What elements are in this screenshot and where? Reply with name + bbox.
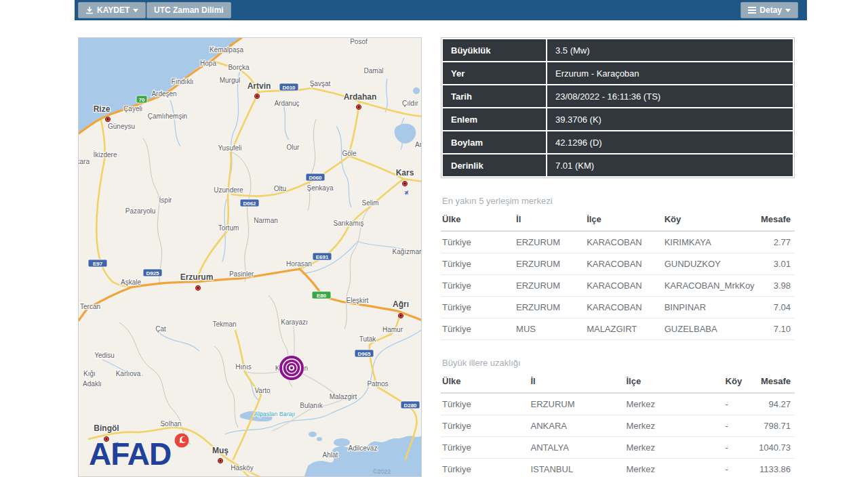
map-label: Erzurum: [180, 272, 214, 282]
map-label: Göle: [342, 150, 357, 157]
detail-value: Erzurum - Karaçoban: [547, 62, 793, 84]
map-label: Şavşat: [310, 80, 331, 87]
kaydet-button[interactable]: KAYDET: [78, 2, 146, 18]
download-icon: [85, 6, 94, 14]
svg-text:E80: E80: [317, 293, 327, 299]
map-label: Patnos: [367, 380, 388, 388]
detail-row: Yer Erzurum - Karaçoban: [443, 62, 793, 84]
table-header-row: Ülke İl İlçe Köy Mesafe: [441, 369, 795, 393]
col-ulke: Ülke: [441, 207, 515, 231]
svg-text:D925: D925: [146, 270, 159, 276]
map-label: Karayazı: [281, 318, 307, 326]
svg-text:70: 70: [139, 97, 145, 103]
menu-icon: [748, 5, 756, 15]
map-label: Pazaryolu: [125, 207, 155, 215]
map-label: Adilcevaz: [349, 444, 378, 452]
table-row: TürkiyeERZURUMKARACOBANKIRIMKAYA2.77: [441, 231, 795, 253]
map-label: Oltu: [274, 185, 286, 192]
col-ulke: Ülke: [441, 369, 530, 393]
map-label: Sarıkamış: [333, 220, 363, 227]
major-cities-title: Büyük illere uzaklığı: [441, 358, 795, 368]
table-row: TürkiyeERZURUMMerkez-94.27: [441, 393, 795, 415]
table-row: TürkiyeISTANBULMerkez-1133.86: [441, 459, 795, 477]
map-label: Pasinler: [229, 270, 254, 278]
svg-text:D010: D010: [282, 85, 296, 91]
map-label: Tekman: [212, 320, 236, 328]
map-label: Selim: [361, 199, 378, 207]
map-label: Narman: [254, 217, 278, 224]
map-label: Şenkaya: [307, 184, 334, 192]
utc-timezone-button[interactable]: UTC Zaman Dilimi: [146, 2, 231, 18]
col-ilce: İlçe: [625, 369, 724, 393]
map-attribution: ©2022: [373, 468, 391, 475]
map-label: Güneysu: [108, 123, 135, 130]
table-row: TürkiyeMUSMALAZGIRTGUZELBABA7.10: [441, 318, 795, 340]
map-label: Tercan: [80, 303, 100, 310]
map-label: İkizdere: [93, 150, 117, 159]
detail-value: 23/08/2022 - 16:11:36 (TS): [547, 85, 793, 107]
detay-label: Detay: [760, 5, 782, 15]
small-lake: [317, 437, 322, 441]
col-mesafe: Mesafe: [756, 207, 795, 231]
map-label: Çıldır: [402, 100, 419, 107]
nazik-lake: [334, 438, 350, 447]
map-label: Ardanuç: [274, 100, 299, 107]
table-row: TürkiyeANTALYAMerkez-1040.73: [441, 437, 795, 459]
detail-value: 3.5 (Mw): [547, 39, 793, 61]
col-mesafe: Mesafe: [752, 369, 795, 393]
svg-text:D060: D060: [309, 175, 322, 181]
col-il: İl: [515, 207, 585, 231]
map-label: Hasköy: [231, 464, 253, 472]
epicenter-layer[interactable]: [279, 355, 304, 381]
col-ilce: İlçe: [585, 207, 663, 231]
map-label: Ardahan: [344, 92, 377, 102]
utc-label: UTC Zaman Dilimi: [154, 5, 224, 15]
top-toolbar: KAYDET UTC Zaman Dilimi Detay: [75, 0, 807, 20]
map-label: Rize: [94, 104, 111, 114]
map-label: Malazgirt: [330, 393, 357, 400]
svg-text:D062: D062: [243, 201, 256, 207]
nearest-settlements-title: En yakın 5 yerleşim merkezi: [441, 196, 795, 206]
svg-text:E691: E691: [316, 254, 329, 260]
detail-row: Boylam 42.1296 (D): [443, 131, 793, 153]
detail-value: 7.01 (KM): [547, 154, 793, 176]
map-label: Yedisu: [94, 352, 115, 359]
table-row: TürkiyeANKARAMerkez-798.71: [441, 415, 795, 437]
map-label: Ardeşen: [151, 90, 176, 98]
detay-button[interactable]: Detay: [741, 2, 798, 18]
earthquake-map[interactable]: KaraçobanKemalpaşaHopaBorçkaMurgulFındık…: [78, 37, 422, 477]
detail-value: 39.3706 (K): [547, 108, 793, 130]
table-header-row: Ülke İl İlçe Köy Mesafe: [441, 207, 795, 231]
map-label: Yusufeli: [218, 144, 241, 152]
major-cities-table: Ülke İl İlçe Köy Mesafe TürkiyeERZURUMMe…: [441, 369, 795, 477]
map-label: Murgul: [220, 77, 241, 84]
map-label: Varto: [254, 387, 271, 394]
detail-value: 42.1296 (D): [547, 131, 793, 153]
svg-text:E97: E97: [93, 261, 103, 267]
table-row: TürkiyeERZURUMKARACOBANGUNDUZKOY3.01: [441, 253, 795, 275]
map-label: Hınıs: [235, 363, 251, 371]
epicenter-marker[interactable]: [279, 355, 304, 381]
map-label: Artvin: [248, 81, 271, 91]
map-label: Adaklı: [83, 380, 102, 388]
svg-text:D965: D965: [357, 351, 371, 357]
table-row: TürkiyeERZURUMKARACOBANBINPINAR7.04: [441, 297, 795, 318]
map-label: Kemalpaşa: [210, 46, 243, 54]
map-label: Muş: [212, 446, 229, 455]
map-label: Olur: [287, 144, 300, 151]
detail-label: Derinlik: [443, 154, 546, 176]
map-label: Ahlat: [323, 451, 338, 459]
map-label: Tortum: [218, 224, 239, 232]
nearest-settlements-table: Ülke İl İlçe Köy Mesafe TürkiyeERZURUMKA…: [441, 207, 795, 340]
map-label: İspir: [159, 196, 173, 204]
svg-text:D280: D280: [403, 402, 417, 409]
detail-row: Enlem 39.3706 (K): [443, 108, 793, 130]
detail-row: Büyüklük 3.5 (Mw): [443, 39, 793, 61]
map-label: Çayeli: [123, 105, 142, 112]
map-label: Hamur: [382, 326, 403, 333]
map-label: Posof: [350, 38, 368, 45]
earthquake-detail-table: Büyüklük 3.5 (Mw) Yer Erzurum - Karaçoba…: [441, 37, 795, 178]
small-lake: [413, 87, 420, 94]
col-il: İl: [530, 369, 625, 393]
detail-label: Yer: [443, 62, 546, 84]
